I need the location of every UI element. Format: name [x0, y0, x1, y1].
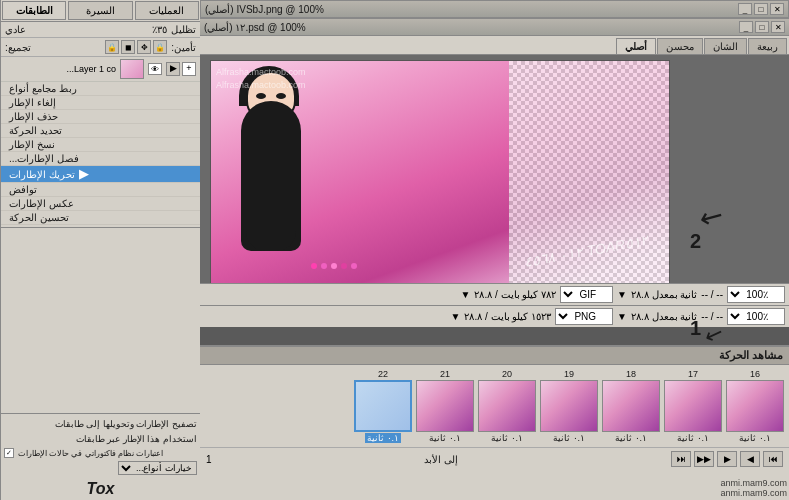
ctrl-last[interactable]: ⏭	[671, 451, 691, 467]
tab-operations[interactable]: العمليات	[135, 1, 199, 20]
frame-21-number: 21	[440, 369, 450, 379]
action-item-5[interactable]: فصل الإطارات...	[1, 152, 200, 166]
loop-label[interactable]: إلى الأبد	[424, 454, 458, 465]
window-1-title-text: IVSbJ.png @ 100% (أصلي)	[205, 4, 324, 15]
tab-alshan[interactable]: الشان	[704, 38, 747, 54]
animation-header: مشاهد الحركة	[200, 347, 789, 365]
action-item-8[interactable]: عكس الإطارات	[1, 197, 200, 211]
frame-22-delay[interactable]: ٠.١ ثانية	[365, 433, 401, 443]
action-item-3[interactable]: تحديد الحركة	[1, 124, 200, 138]
animation-panel: مشاهد الحركة 16 ٠.١ ثانية 17 ٠.١ ثانية 1…	[200, 345, 789, 500]
zoom-select-1[interactable]: 100٪	[727, 286, 785, 303]
action-label-4: نسخ الإطار	[9, 139, 55, 150]
tox-label: Tox	[1, 478, 200, 500]
dot-4	[321, 263, 327, 269]
anim-left-controls: ⏮ ◀ ▶ ▶▶ ⏭	[671, 451, 783, 467]
frame-20-delay[interactable]: ٠.١ ثانية	[491, 433, 523, 443]
status-size-2: ١٥٢٣ كيلو بايت / ٢٨.٨	[464, 311, 551, 322]
display-percent: ٣٥٪	[152, 24, 167, 35]
window-2: ✕ □ _ psd @ 100%.١٢ (أصلي) ربيعة الشان م…	[200, 19, 789, 327]
actions-list: ربط مجامع أنواع إلغاء الإطار حذف الإطار …	[1, 82, 200, 413]
layer-eye-1[interactable]: 👁	[148, 63, 162, 75]
dots-row	[311, 263, 357, 269]
action-label-0: ربط مجامع أنواع	[9, 83, 77, 94]
status-fps-2: ثانية بمعدل ٢٨.٨	[631, 311, 697, 322]
canvas-area: Alfrasha.mactoob.com Alfrasha.mactoob.co…	[200, 55, 789, 283]
layer-thumb-1	[120, 59, 144, 79]
window-1: ✕ □ _ IVSbJ.png @ 100% (أصلي)	[200, 0, 789, 19]
action-item-1[interactable]: إلغاء الإطار	[1, 96, 200, 110]
tab-mohsen[interactable]: محسن	[657, 38, 703, 54]
tab-history[interactable]: السيرة	[68, 1, 132, 20]
ctrl-prev[interactable]: ◀	[740, 451, 760, 467]
frame-16-thumb[interactable]	[726, 380, 784, 432]
frame-16: 16 ٠.١ ثانية	[725, 369, 785, 443]
window-2-close[interactable]: ✕	[771, 21, 785, 33]
frame-19-inner	[541, 381, 597, 431]
fill-icon[interactable]: ◼	[121, 40, 135, 54]
add-layer-btn[interactable]: +	[182, 62, 196, 76]
separator-bar: 1 ↙	[200, 327, 789, 345]
frame-20-thumb[interactable]	[478, 380, 536, 432]
ctrl-play[interactable]: ▶	[717, 451, 737, 467]
window-1-minimize[interactable]: _	[738, 3, 752, 15]
status-format-1: ▼	[617, 289, 627, 300]
panel-bottom-select[interactable]: خيارات أنواع...	[118, 461, 197, 475]
dot-3	[331, 263, 337, 269]
grouping-label: تجميع:	[5, 42, 31, 53]
move-icon[interactable]: ✥	[137, 40, 151, 54]
frame-22-thumb[interactable]	[354, 380, 412, 432]
zoom-select-2[interactable]: 100٪	[727, 308, 785, 325]
frame-21-thumb[interactable]	[416, 380, 474, 432]
tab-layers[interactable]: الطابقات	[2, 1, 66, 20]
tab-rabiya[interactable]: ربيعة	[748, 38, 787, 54]
frame-18-number: 18	[626, 369, 636, 379]
panel-checkbox[interactable]: ✓	[4, 448, 14, 458]
window-2-minimize[interactable]: _	[739, 21, 753, 33]
right-panel: العمليات السيرة الطابقات تظليل ٣٥٪ عادي …	[0, 0, 200, 500]
watermark-line2: anmi.mam9.com	[720, 488, 787, 498]
frame-18-delay[interactable]: ٠.١ ثانية	[615, 433, 647, 443]
action-item-4[interactable]: نسخ الإطار	[1, 138, 200, 152]
action-item-0[interactable]: ربط مجامع أنواع	[1, 82, 200, 96]
format-select-1[interactable]: GIF	[560, 286, 613, 303]
layer-options-btn[interactable]: ▶	[166, 62, 180, 76]
canvas-image: Alfrasha.mactoob.com Alfrasha.mactoob.co…	[210, 60, 670, 283]
frame-21-delay[interactable]: ٠.١ ثانية	[429, 433, 461, 443]
dot-2	[341, 263, 347, 269]
panel-tabs: العمليات السيرة الطابقات	[1, 0, 200, 22]
action-item-2[interactable]: حذف الإطار	[1, 110, 200, 124]
action-arrow-6: ▶	[79, 167, 88, 181]
tab-bar: ربيعة الشان محسن أصلي	[200, 36, 789, 55]
taming-icons: 🔒 ✥ ◼ 🔒	[105, 40, 167, 54]
animation-controls: ⏮ ◀ ▶ ▶▶ ⏭ إلى الأبد 1	[200, 447, 789, 470]
panel-bottom-checkbox-row: اعتبارات نظام فاكتوراتي في حالات الإطارا…	[4, 448, 197, 458]
frame-17-delay[interactable]: ٠.١ ثانية	[677, 433, 709, 443]
frame-19-delay[interactable]: ٠.١ ثانية	[553, 433, 585, 443]
format-select-2[interactable]: PNG	[555, 308, 613, 325]
lock-icon[interactable]: 🔒	[153, 40, 167, 54]
display-label: تظليل	[171, 24, 196, 35]
action-item-9[interactable]: تحسين الحركة	[1, 211, 200, 225]
window-2-controls: ✕ □ _	[739, 21, 785, 33]
frame-22-number: 22	[378, 369, 388, 379]
frame-17-thumb[interactable]	[664, 380, 722, 432]
lock2-icon[interactable]: 🔒	[105, 40, 119, 54]
frame-19-number: 19	[564, 369, 574, 379]
action-item-7[interactable]: توافض	[1, 183, 200, 197]
status-fps-1: ثانية بمعدل ٢٨.٨	[631, 289, 697, 300]
window-1-close[interactable]: ✕	[770, 3, 784, 15]
window-1-restore[interactable]: □	[754, 3, 768, 15]
window-2-restore[interactable]: □	[755, 21, 769, 33]
ctrl-next[interactable]: ▶▶	[694, 451, 714, 467]
frame-18-thumb[interactable]	[602, 380, 660, 432]
frame-16-delay[interactable]: ٠.١ ثانية	[739, 433, 771, 443]
ctrl-first[interactable]: ⏮	[763, 451, 783, 467]
panel-bottom-checkbox-label: اعتبارات نظام فاكتوراتي في حالات الإطارا…	[18, 449, 163, 458]
action-label-3: تحديد الحركة	[9, 125, 62, 136]
action-item-6-selected[interactable]: ▶ تحريك الإطارات	[1, 166, 200, 183]
frame-19-thumb[interactable]	[540, 380, 598, 432]
layer-item-1: + ▶ 👁 Layer 1 co...	[1, 57, 200, 82]
panel-bottom-text-2: استخدام هذا الإطار عبر طابقات	[4, 432, 197, 446]
tab-asli[interactable]: أصلي	[616, 38, 656, 54]
